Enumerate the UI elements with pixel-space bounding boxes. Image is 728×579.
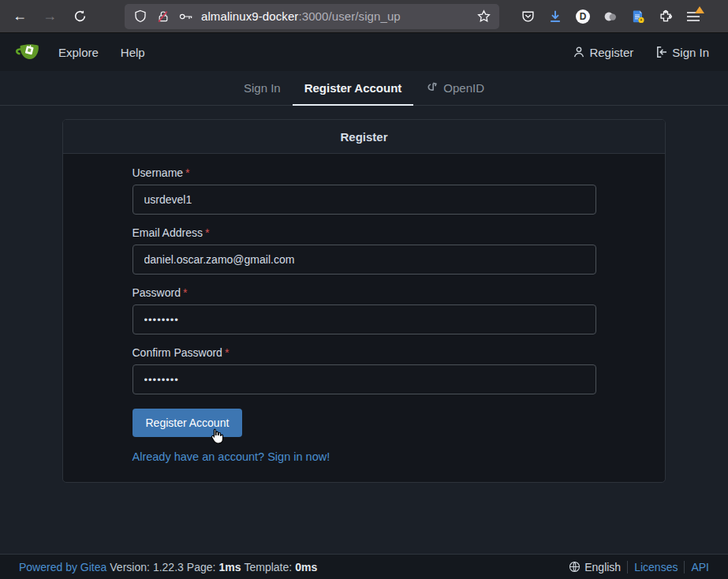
- licenses-link[interactable]: Licenses: [634, 561, 678, 573]
- register-card: Register Username* Email Address* Passwo…: [62, 119, 666, 483]
- tab-register-account-label: Register Account: [304, 81, 402, 95]
- back-button[interactable]: ←: [8, 5, 32, 28]
- register-form: Username* Email Address* Password* Confi…: [63, 154, 665, 482]
- version-label: Version:: [110, 561, 150, 573]
- nav-item-signin[interactable]: Sign In: [644, 33, 720, 71]
- tab-openid[interactable]: OpenID: [413, 71, 496, 106]
- language-selector[interactable]: English: [569, 561, 621, 573]
- downloads-icon[interactable]: [547, 9, 563, 24]
- language-label: English: [584, 561, 621, 573]
- openid-icon: [425, 81, 439, 95]
- sign-in-now-link[interactable]: Already have an account? Sign in now!: [133, 450, 330, 463]
- insecure-lock-icon[interactable]: [155, 9, 171, 24]
- required-marker: *: [225, 346, 229, 359]
- bookmark-star-icon[interactable]: [476, 9, 491, 24]
- nav-help-label: Help: [121, 46, 145, 59]
- url-path: :3000/user/sign_up: [298, 9, 400, 23]
- extension-icons: D: [520, 9, 701, 24]
- reload-button[interactable]: [68, 5, 91, 28]
- extensions-puzzle-icon[interactable]: [658, 9, 674, 24]
- register-account-button[interactable]: Register Account: [133, 409, 243, 437]
- email-label: Email Address*: [133, 226, 596, 239]
- nav-item-explore[interactable]: Explore: [47, 33, 110, 71]
- gitea-logo[interactable]: [14, 40, 41, 64]
- page-time-value: 1ms: [218, 561, 241, 573]
- powered-by-gitea-link[interactable]: Powered by Gitea: [19, 561, 106, 573]
- shield-icon[interactable]: [133, 9, 148, 24]
- d-letter-badge: D: [576, 9, 590, 24]
- tab-register-account[interactable]: Register Account: [293, 71, 414, 106]
- footer-left: Powered by Gitea Version: 1.22.3 Page: 1…: [19, 561, 317, 573]
- site-navbar: Explore Help Register Sign In: [0, 33, 728, 71]
- nav-item-register[interactable]: Register: [562, 33, 644, 71]
- required-marker: *: [185, 166, 189, 179]
- footer-right: English Licenses API: [569, 561, 709, 573]
- email-field-group: Email Address*: [133, 226, 596, 275]
- reload-icon: [73, 9, 87, 23]
- nav-register-label: Register: [589, 46, 633, 59]
- confirm-password-label: Confirm Password*: [133, 346, 596, 359]
- version-value: 1.22.3: [153, 561, 184, 573]
- site-footer: Powered by Gitea Version: 1.22.3 Page: 1…: [0, 554, 728, 579]
- nav-explore-label: Explore: [58, 46, 99, 59]
- screen: { "browser": { "url_host": "almalinux9-d…: [0, 0, 728, 579]
- template-time-label: Template:: [244, 561, 292, 573]
- pocket-icon[interactable]: [520, 9, 536, 24]
- gray-orb-extension-icon[interactable]: [603, 9, 618, 24]
- password-field-group: Password*: [133, 286, 596, 334]
- nav-signin-label: Sign In: [672, 46, 709, 59]
- forward-button[interactable]: →: [38, 5, 62, 28]
- tab-sign-in-label: Sign In: [244, 81, 281, 95]
- page-content: Register Username* Email Address* Passwo…: [0, 106, 728, 554]
- duckduckgo-extension-icon[interactable]: D: [575, 9, 591, 24]
- email-input[interactable]: [133, 245, 596, 275]
- template-time-value: 0ms: [295, 561, 317, 573]
- tab-openid-label: OpenID: [443, 81, 484, 95]
- url-bar[interactable]: almalinux9-docker:3000/user/sign_up: [125, 4, 499, 29]
- username-input[interactable]: [133, 185, 596, 215]
- document-extension-icon[interactable]: [630, 9, 646, 24]
- confirm-password-field-group: Confirm Password*: [133, 346, 596, 394]
- url-text[interactable]: almalinux9-docker:3000/user/sign_up: [201, 9, 469, 23]
- key-icon[interactable]: [178, 9, 194, 24]
- auth-tab-bar: Sign In Register Account OpenID: [0, 71, 728, 106]
- password-input[interactable]: [133, 304, 596, 334]
- tab-sign-in[interactable]: Sign In: [232, 71, 293, 106]
- person-icon: [573, 46, 585, 58]
- password-label: Password*: [133, 286, 596, 299]
- page-time-label: Page:: [187, 561, 216, 573]
- footer-divider: [627, 561, 628, 573]
- sign-in-icon: [655, 46, 668, 58]
- menu-hamburger-icon[interactable]: [685, 9, 701, 24]
- footer-divider: [684, 561, 685, 573]
- update-warning-badge: [695, 6, 704, 13]
- nav-item-help[interactable]: Help: [110, 33, 156, 71]
- url-host: almalinux9-docker: [201, 9, 298, 23]
- api-link[interactable]: API: [691, 561, 709, 573]
- card-title: Register: [63, 120, 665, 154]
- username-label: Username*: [133, 166, 596, 179]
- browser-toolbar: ← → almalinux9-docker:3000/user/sign_up: [0, 0, 728, 33]
- globe-icon: [569, 561, 581, 573]
- required-marker: *: [183, 286, 187, 299]
- required-marker: *: [205, 226, 209, 239]
- confirm-password-input[interactable]: [133, 364, 596, 394]
- username-field-group: Username*: [133, 166, 596, 215]
